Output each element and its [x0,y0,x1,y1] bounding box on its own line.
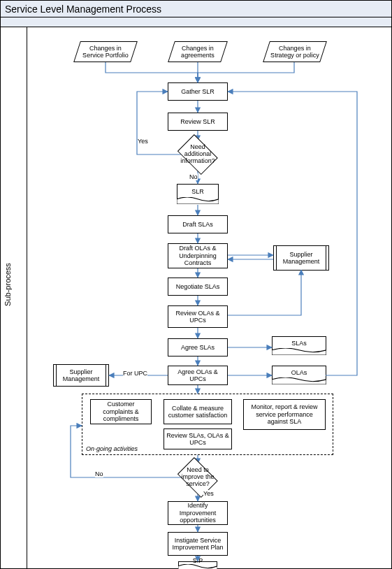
diagram-title: Service Level Management Process [1,1,391,17]
input-portfolio: Changes in Service Portfolio [73,41,138,62]
diagram-frame: Service Level Management Process Sub-pro… [0,0,392,569]
step-collate: Collate & measure customer satisfaction [164,399,232,424]
decision-need-info: Need additional information? [174,138,222,171]
doc-sip: SIP [178,561,217,569]
step-agree-olas: Agree OLAs & UPCs [168,366,228,385]
doc-olas-label: OLAs [291,369,307,376]
doc-slr: SLR [177,184,219,203]
step-review-all: Review SLAs, OLAs & UPCs [164,428,232,449]
swimlane-divider [27,27,27,568]
label-no-1: No [189,173,198,180]
step-draft-olas: Draft OLAs & Underpinning Contracts [168,243,228,268]
input-agreements-label: Changes in agreements [174,45,222,59]
step-agree-slas: Agree SLAs [168,338,228,356]
header-strip [1,17,391,27]
input-strategy: Changes in Strategy or policy [263,41,327,62]
doc-olas: OLAs [272,366,326,384]
step-complaints: Customer complaints & compliments [90,399,152,424]
step-identify: Identify Improvement opportunities [168,501,228,525]
step-review-slr: Review SLR [168,113,228,131]
step-supplier-mgmt-left: Supplier Management [53,364,109,387]
step-review-ola: Review OLAs & UPCs [168,305,228,328]
doc-slas: SLAs [272,336,326,354]
step-instigate: Instigate Service Improvement Plan [168,532,228,556]
doc-slas-label: SLAs [291,340,307,347]
input-portfolio-label: Changes in Service Portfolio [80,45,131,59]
step-draft-slas: Draft SLAs [168,215,228,233]
input-agreements: Changes in agreements [168,41,228,62]
step-supplier-mgmt: Supplier Management [273,245,329,271]
doc-slr-label: SLR [191,188,204,195]
step-gather: Gather SLR [168,82,228,101]
label-yes-2: Yes [203,490,214,497]
label-for-upc: For UPC [123,370,147,377]
input-strategy-label: Changes in Strategy or policy [269,45,321,59]
step-negotiate: Negotiate SLAs [168,278,228,296]
label-yes-1: Yes [138,138,148,145]
decision-need-info-label: Need additional information? [174,144,222,165]
label-no-2: No [95,470,103,477]
step-monitor: Monitor, report & review service perform… [243,399,326,430]
group-ongoing-label: On-going activities [86,445,138,452]
swimlane-label: Sub-process [3,263,12,306]
decision-need-improve-label: Need to improve the service? [174,467,222,488]
doc-sip-label: SIP [193,557,203,564]
decision-need-improve: Need to improve the service? [174,461,222,494]
